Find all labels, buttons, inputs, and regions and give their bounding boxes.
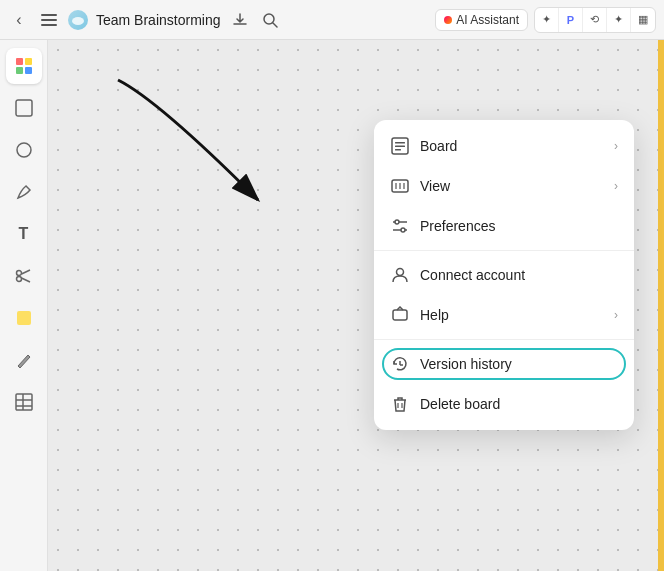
- sidebar-item-frame[interactable]: [6, 90, 42, 126]
- ai-icon: [444, 16, 452, 24]
- menu-item-board[interactable]: Board ›: [374, 126, 634, 166]
- menu-item-preferences[interactable]: Preferences: [374, 206, 634, 246]
- menu-divider-2: [374, 339, 634, 340]
- sidebar-item-palette[interactable]: [6, 48, 42, 84]
- svg-point-11: [17, 143, 31, 157]
- svg-line-14: [21, 270, 30, 274]
- svg-line-5: [273, 23, 277, 27]
- menu-divider-1: [374, 250, 634, 251]
- board-icon: [390, 136, 410, 156]
- history-icon: [390, 354, 410, 374]
- menu-item-version-history[interactable]: Version history: [374, 344, 634, 384]
- main-area: T: [0, 40, 664, 571]
- svg-point-31: [397, 269, 404, 276]
- svg-rect-24: [395, 146, 405, 148]
- right-scroll-bar[interactable]: [658, 40, 664, 571]
- icon-pill-more[interactable]: ▦: [631, 8, 655, 32]
- menu-item-help[interactable]: Help ›: [374, 295, 634, 335]
- svg-point-30: [401, 228, 405, 232]
- menu-item-delete-board[interactable]: Delete board: [374, 384, 634, 424]
- preferences-icon: [390, 216, 410, 236]
- sidebar-item-sticky[interactable]: [6, 300, 42, 336]
- trash-icon: [390, 394, 410, 414]
- svg-rect-10: [16, 100, 32, 116]
- svg-rect-0: [41, 14, 57, 16]
- sidebar: T: [0, 40, 48, 571]
- sidebar-item-pen[interactable]: [6, 174, 42, 210]
- svg-rect-32: [393, 310, 407, 320]
- menu-button[interactable]: [38, 9, 60, 31]
- cloud-icon: [68, 10, 88, 30]
- svg-rect-23: [395, 142, 405, 144]
- icon-pill-grid[interactable]: ✦: [607, 8, 631, 32]
- svg-point-28: [395, 220, 399, 224]
- chevron-right-icon: ›: [614, 139, 618, 153]
- back-button[interactable]: ‹: [8, 9, 30, 31]
- sidebar-item-shape[interactable]: [6, 132, 42, 168]
- sidebar-item-scissors[interactable]: [6, 258, 42, 294]
- svg-rect-6: [16, 58, 23, 65]
- canvas-area[interactable]: Board › View ›: [48, 40, 664, 571]
- svg-point-12: [16, 271, 21, 276]
- svg-line-15: [21, 278, 30, 282]
- topbar: ‹ Team Brainstorming AI Assistant ✦ P ⟲ …: [0, 0, 664, 40]
- download-button[interactable]: [229, 9, 251, 31]
- topbar-left: ‹ Team Brainstorming: [8, 9, 427, 31]
- topbar-right: AI Assistant ✦ P ⟲ ✦ ▦: [435, 7, 656, 33]
- svg-rect-9: [25, 67, 32, 74]
- icon-pill-star[interactable]: ✦: [535, 8, 559, 32]
- svg-rect-16: [17, 311, 31, 325]
- document-title: Team Brainstorming: [96, 12, 221, 28]
- context-menu: Board › View ›: [374, 120, 634, 430]
- arrow-annotation: [78, 60, 358, 260]
- svg-rect-25: [395, 149, 401, 151]
- toolbar-icons: ✦ P ⟲ ✦ ▦: [534, 7, 656, 33]
- ai-assistant-button[interactable]: AI Assistant: [435, 9, 528, 31]
- user-icon: [390, 265, 410, 285]
- sidebar-item-text[interactable]: T: [6, 216, 42, 252]
- sidebar-item-brush[interactable]: [6, 342, 42, 378]
- svg-rect-8: [16, 67, 23, 74]
- icon-pill-share[interactable]: ⟲: [583, 8, 607, 32]
- svg-point-13: [16, 277, 21, 282]
- menu-item-connect-account[interactable]: Connect account: [374, 255, 634, 295]
- svg-rect-17: [16, 394, 32, 410]
- chevron-right-icon: ›: [614, 179, 618, 193]
- help-icon: [390, 305, 410, 325]
- icon-pill-p[interactable]: P: [559, 8, 583, 32]
- svg-point-3: [72, 17, 84, 25]
- svg-rect-7: [25, 58, 32, 65]
- sidebar-item-table[interactable]: [6, 384, 42, 420]
- menu-item-view[interactable]: View ›: [374, 166, 634, 206]
- svg-rect-1: [41, 19, 57, 21]
- svg-rect-2: [41, 24, 57, 26]
- search-button[interactable]: [259, 9, 281, 31]
- view-icon: [390, 176, 410, 196]
- chevron-right-icon: ›: [614, 308, 618, 322]
